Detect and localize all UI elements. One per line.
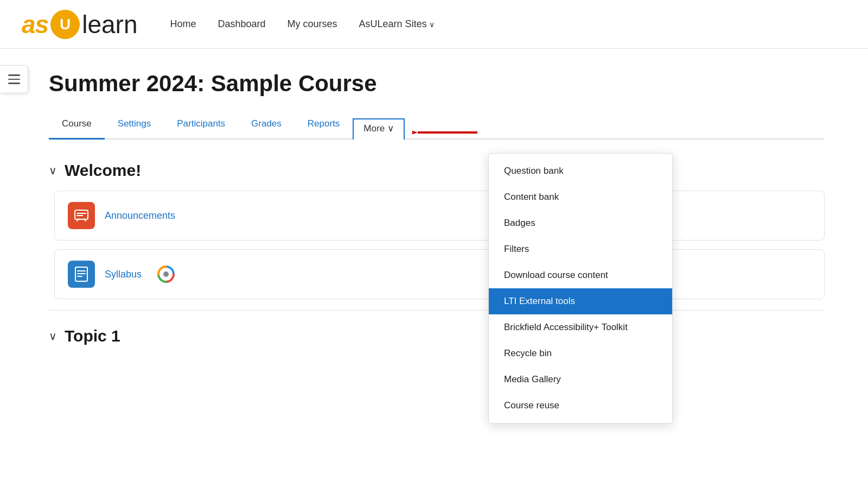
dropdown-item-lti-external-tools[interactable]: LTI External tools — [489, 288, 672, 314]
dropdown-item-content-bank[interactable]: Content bank — [489, 184, 672, 210]
nav-home[interactable]: Home — [170, 18, 196, 30]
main-content: Summer 2024: Sample Course Course Settin… — [0, 49, 868, 378]
dropdown-item-course-reuse[interactable]: Course reuse — [489, 393, 672, 419]
announcements-link[interactable]: Announcements — [105, 210, 175, 222]
tab-participants[interactable]: Participants — [164, 113, 238, 140]
nav-my-courses[interactable]: My courses — [288, 18, 337, 30]
sidebar-toggle-button[interactable] — [0, 65, 28, 93]
sites-chevron-icon: ∨ — [429, 20, 435, 29]
nav-asulearn-sites[interactable]: AsULearn Sites ∨ — [359, 18, 435, 30]
dropdown-item-download-course-content[interactable]: Download course content — [489, 262, 672, 288]
announcements-card: Announcements — [54, 191, 825, 241]
tab-reports[interactable]: Reports — [295, 113, 353, 140]
topic1-section-header: ∨ Topic 1 — [49, 327, 825, 345]
section-divider — [49, 310, 825, 311]
svg-rect-2 — [75, 210, 88, 219]
dropdown-menu: Question bank Content bank Badges Filter… — [488, 153, 673, 424]
logo-as: as — [22, 10, 48, 39]
topic1-section-title: Topic 1 — [65, 327, 120, 345]
welcome-chevron-icon[interactable]: ∨ — [49, 164, 57, 177]
tab-more[interactable]: More ∨ — [353, 118, 404, 140]
dropdown-item-media-gallery[interactable]: Media Gallery — [489, 366, 672, 393]
svg-point-4 — [163, 271, 169, 277]
syllabus-link[interactable]: Syllabus — [105, 269, 142, 280]
syllabus-card: Syllabus — [54, 249, 825, 299]
logo-circle: U — [50, 10, 80, 39]
dropdown-item-brickfield[interactable]: Brickfield Accessibility+ Toolkit — [489, 314, 672, 340]
recycle-spinner-icon — [156, 264, 176, 285]
topic1-chevron-icon[interactable]: ∨ — [49, 330, 57, 343]
nav-dashboard[interactable]: Dashboard — [218, 18, 265, 30]
welcome-section-title: Welcome! — [65, 161, 141, 180]
welcome-section-header: ∨ Welcome! — [49, 161, 825, 180]
tab-settings[interactable]: Settings — [105, 113, 164, 140]
main-nav: Home Dashboard My courses AsULearn Sites… — [170, 18, 434, 30]
dropdown-item-filters[interactable]: Filters — [489, 236, 672, 262]
page-title: Summer 2024: Sample Course — [49, 71, 825, 97]
logo-u: U — [60, 16, 71, 33]
tab-grades[interactable]: Grades — [238, 113, 295, 140]
dropdown-item-question-bank[interactable]: Question bank — [489, 158, 672, 184]
tab-course[interactable]: Course — [49, 113, 105, 140]
syllabus-icon — [68, 261, 95, 288]
logo-learn: learn — [82, 10, 137, 39]
more-arrow-annotation — [412, 123, 483, 142]
more-dropdown: Question bank Content bank Badges Filter… — [488, 153, 673, 424]
header: as U learn Home Dashboard My courses AsU… — [0, 0, 868, 49]
logo[interactable]: as U learn — [22, 10, 137, 39]
dropdown-item-badges[interactable]: Badges — [489, 210, 672, 236]
hamburger-icon — [8, 74, 20, 84]
announcements-icon — [68, 202, 95, 229]
dropdown-item-recycle-bin[interactable]: Recycle bin — [489, 340, 672, 366]
tab-bar: Course Settings Participants Grades Repo… — [49, 113, 825, 140]
